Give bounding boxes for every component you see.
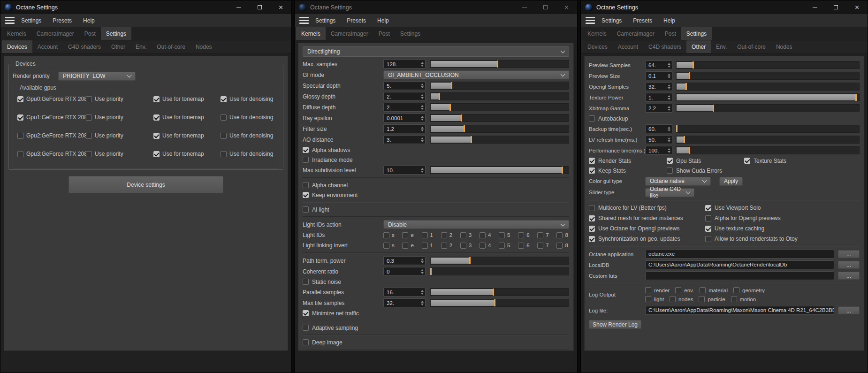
checkbox[interactable] bbox=[303, 206, 309, 213]
number-input[interactable]: 32. bbox=[645, 82, 672, 91]
tab-kernels[interactable]: Kernels bbox=[582, 27, 612, 40]
color-gui-type-dropdown[interactable]: Octane native bbox=[645, 177, 711, 186]
tab-post[interactable]: Post bbox=[660, 27, 681, 40]
spinner-icon[interactable] bbox=[666, 63, 672, 68]
spinner-icon[interactable] bbox=[419, 84, 425, 88]
checkbox[interactable] bbox=[667, 167, 673, 174]
light-id-checkbox[interactable] bbox=[556, 232, 563, 238]
log-env-checkbox[interactable] bbox=[675, 287, 681, 293]
browse-button[interactable]: ... bbox=[838, 250, 860, 258]
checkbox[interactable] bbox=[705, 215, 711, 221]
checkbox[interactable] bbox=[589, 226, 595, 232]
menu-help[interactable]: Help bbox=[377, 17, 389, 24]
light-id-checkbox[interactable] bbox=[499, 232, 505, 238]
light-id-checkbox[interactable] bbox=[441, 243, 447, 249]
slider[interactable] bbox=[676, 72, 860, 80]
number-input[interactable]: 32. bbox=[383, 298, 426, 307]
slider[interactable] bbox=[676, 146, 860, 154]
number-input[interactable]: 3. bbox=[383, 135, 426, 144]
slider[interactable] bbox=[430, 60, 569, 68]
subtab-out-of-core[interactable]: Out-of-core bbox=[152, 40, 190, 53]
number-input[interactable]: 0.3 bbox=[383, 256, 426, 265]
use-priority-checkbox[interactable] bbox=[86, 114, 92, 121]
slider[interactable] bbox=[430, 125, 569, 133]
close-button[interactable]: ✕ bbox=[846, 0, 868, 14]
number-input[interactable]: 60. bbox=[645, 124, 672, 133]
checkbox[interactable] bbox=[589, 215, 595, 221]
menu-settings[interactable]: Settings bbox=[315, 17, 335, 24]
slider[interactable] bbox=[430, 82, 569, 90]
spinner-icon[interactable] bbox=[419, 116, 425, 121]
log-render-checkbox[interactable] bbox=[645, 287, 651, 293]
slider[interactable] bbox=[676, 125, 860, 133]
use-denoising-checkbox[interactable] bbox=[221, 96, 227, 102]
menu-presets[interactable]: Presets bbox=[633, 17, 652, 24]
number-input[interactable]: 100. bbox=[645, 146, 672, 155]
hamburger-menu-icon[interactable] bbox=[299, 17, 309, 24]
subtab-devices[interactable]: Devices bbox=[2, 40, 32, 53]
checkbox[interactable] bbox=[705, 226, 711, 232]
tab-settings[interactable]: Settings bbox=[681, 27, 712, 40]
spinner-icon[interactable] bbox=[666, 84, 672, 89]
gpu-enable-checkbox[interactable] bbox=[17, 133, 23, 139]
spinner-icon[interactable] bbox=[419, 168, 425, 173]
number-input[interactable]: 2. bbox=[383, 92, 426, 101]
use-tonemap-checkbox[interactable] bbox=[153, 114, 160, 121]
light-id-checkbox[interactable] bbox=[383, 243, 389, 249]
checkbox[interactable] bbox=[303, 325, 309, 331]
spinner-icon[interactable] bbox=[419, 127, 425, 131]
subtab-account[interactable]: Account bbox=[613, 40, 643, 53]
maximize-button[interactable] bbox=[535, 0, 556, 14]
slider[interactable] bbox=[430, 257, 569, 265]
spinner-icon[interactable] bbox=[419, 137, 425, 142]
spinner-icon[interactable] bbox=[419, 259, 425, 263]
minimize-button[interactable] bbox=[514, 0, 535, 14]
checkbox[interactable] bbox=[303, 310, 309, 316]
subtab-nodes[interactable]: Nodes bbox=[190, 40, 217, 53]
log-particle-checkbox[interactable] bbox=[699, 296, 705, 302]
tab-kernels[interactable]: Kernels bbox=[296, 27, 326, 40]
use-tonemap-checkbox[interactable] bbox=[153, 96, 160, 102]
spinner-icon[interactable] bbox=[419, 62, 425, 67]
number-input[interactable]: 5. bbox=[383, 81, 426, 90]
light-id-checkbox[interactable] bbox=[402, 232, 408, 238]
checkbox[interactable] bbox=[303, 192, 309, 198]
checkbox[interactable] bbox=[303, 182, 309, 188]
number-input[interactable]: 64. bbox=[645, 61, 672, 69]
number-input[interactable]: 0.1 bbox=[645, 71, 672, 80]
light-id-checkbox[interactable] bbox=[422, 232, 428, 238]
checkbox[interactable] bbox=[744, 158, 750, 164]
use-denoising-checkbox[interactable] bbox=[221, 151, 227, 157]
subtab-env[interactable]: Env. bbox=[711, 40, 732, 53]
slider[interactable] bbox=[430, 92, 569, 100]
menu-settings[interactable]: Settings bbox=[21, 17, 41, 24]
tab-kernels[interactable]: Kernels bbox=[2, 27, 31, 40]
render-priority-dropdown[interactable]: PRIORITY_LOW bbox=[58, 72, 136, 81]
subtab-account[interactable]: Account bbox=[32, 40, 63, 53]
log-motion-checkbox[interactable] bbox=[731, 296, 737, 302]
light-id-checkbox[interactable] bbox=[402, 243, 408, 249]
slider[interactable] bbox=[430, 103, 569, 111]
spinner-icon[interactable] bbox=[419, 269, 425, 274]
light-id-checkbox[interactable] bbox=[499, 243, 505, 249]
spinner-icon[interactable] bbox=[419, 94, 425, 99]
browse-button[interactable]: ... bbox=[838, 261, 860, 269]
menu-help[interactable]: Help bbox=[663, 17, 675, 24]
minimize-button[interactable] bbox=[228, 0, 249, 14]
subtab-other[interactable]: Other bbox=[686, 40, 711, 53]
localdb-input[interactable]: C:\Users\Aaron\AppData\Roaming\OctaneRen… bbox=[645, 260, 834, 269]
slider[interactable] bbox=[430, 136, 569, 144]
checkbox[interactable] bbox=[667, 158, 673, 164]
use-tonemap-checkbox[interactable] bbox=[153, 151, 160, 157]
spinner-icon[interactable] bbox=[419, 301, 425, 305]
number-input[interactable]: 50. bbox=[645, 135, 672, 144]
checkbox[interactable] bbox=[589, 115, 595, 122]
spinner-icon[interactable] bbox=[666, 106, 672, 111]
slider[interactable] bbox=[430, 267, 569, 275]
slider[interactable] bbox=[430, 288, 569, 296]
subtab-other[interactable]: Other bbox=[106, 40, 130, 53]
checkbox[interactable] bbox=[589, 205, 595, 211]
device-settings-button[interactable]: Device settings bbox=[69, 176, 223, 193]
maximize-button[interactable] bbox=[825, 0, 846, 14]
light-id-checkbox[interactable] bbox=[441, 232, 447, 238]
